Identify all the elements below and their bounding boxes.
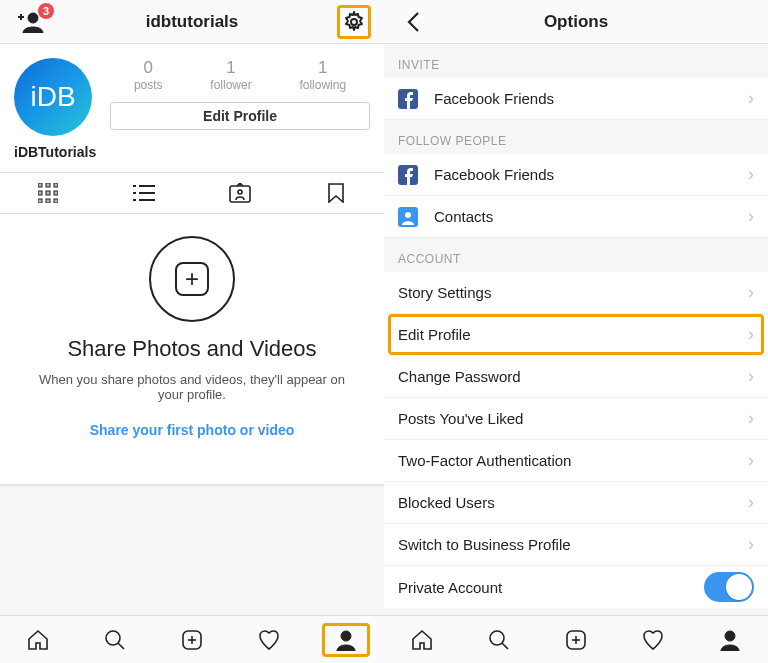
stat-followers[interactable]: 1 follower — [210, 58, 251, 92]
options-scroll[interactable]: Invite Facebook Friends › Follow People … — [384, 44, 768, 615]
svg-rect-11 — [46, 199, 50, 203]
profile-screen: 3 idbtutorials iDB 0 posts 1 f — [0, 0, 384, 663]
options-topbar: Options — [384, 0, 768, 44]
chevron-right-icon: › — [748, 164, 754, 185]
tab-search[interactable] — [77, 616, 154, 663]
avatar[interactable]: iDB — [14, 58, 92, 136]
row-private-account[interactable]: Private Account — [384, 566, 768, 608]
row-follow-contacts[interactable]: Contacts › — [384, 196, 768, 238]
svg-point-31 — [490, 631, 504, 645]
add-post-icon — [564, 628, 588, 652]
row-blocked-users[interactable]: Blocked Users › — [384, 482, 768, 524]
tab-profile[interactable] — [691, 616, 768, 663]
chevron-left-icon — [405, 11, 423, 33]
svg-point-36 — [725, 631, 735, 641]
chevron-right-icon: › — [748, 408, 754, 429]
friend-request-badge: 3 — [38, 3, 54, 19]
group-account-header: Account — [384, 238, 768, 272]
chevron-right-icon: › — [748, 324, 754, 345]
empty-gap — [0, 485, 384, 615]
options-screen: Options Invite Facebook Friends › Follow… — [384, 0, 768, 663]
tab-activity[interactable] — [614, 616, 691, 663]
row-story-settings[interactable]: Story Settings › — [384, 272, 768, 314]
stat-posts[interactable]: 0 posts — [134, 58, 163, 92]
chevron-right-icon: › — [748, 492, 754, 513]
row-two-factor[interactable]: Two-Factor Authentication › — [384, 440, 768, 482]
chevron-right-icon: › — [748, 206, 754, 227]
row-switch-business[interactable]: Switch to Business Profile › — [384, 524, 768, 566]
chevron-right-icon: › — [748, 534, 754, 555]
chevron-right-icon: › — [748, 88, 754, 109]
profile-icon — [335, 629, 357, 651]
svg-rect-6 — [54, 183, 58, 187]
stat-following[interactable]: 1 following — [299, 58, 346, 92]
home-icon — [26, 628, 50, 652]
svg-point-26 — [341, 631, 351, 641]
settings-button[interactable] — [337, 5, 371, 39]
home-icon — [410, 628, 434, 652]
tab-home[interactable] — [0, 616, 77, 663]
profile-username-title: idbtutorials — [60, 12, 324, 32]
svg-point-3 — [351, 19, 357, 25]
gear-icon — [342, 10, 366, 34]
tagged-icon — [229, 183, 251, 203]
svg-point-0 — [28, 13, 38, 23]
heart-icon — [257, 628, 281, 652]
svg-rect-12 — [54, 199, 58, 203]
plus-icon: + — [175, 262, 209, 296]
profile-topbar: 3 idbtutorials — [0, 0, 384, 44]
tab-home[interactable] — [384, 616, 461, 663]
profile-header: iDB 0 posts 1 follower 1 following Edit … — [0, 44, 384, 144]
chevron-right-icon: › — [748, 450, 754, 471]
svg-rect-9 — [54, 191, 58, 195]
add-people-button[interactable]: 3 — [0, 11, 60, 33]
svg-point-20 — [238, 190, 242, 194]
svg-rect-4 — [38, 183, 42, 187]
group-follow-header: Follow People — [384, 120, 768, 154]
bookmark-icon — [328, 183, 344, 203]
svg-rect-8 — [46, 191, 50, 195]
facebook-icon — [398, 89, 422, 109]
tab-activity[interactable] — [230, 616, 307, 663]
share-first-link[interactable]: Share your first photo or video — [90, 422, 295, 438]
tab-search[interactable] — [461, 616, 538, 663]
view-list-tab[interactable] — [96, 173, 192, 213]
svg-line-32 — [502, 643, 508, 649]
svg-rect-5 — [46, 183, 50, 187]
options-title: Options — [444, 12, 708, 32]
heart-icon — [641, 628, 665, 652]
bottom-tabbar-right — [384, 615, 768, 663]
view-grid-tab[interactable] — [0, 173, 96, 213]
edit-profile-button[interactable]: Edit Profile — [110, 102, 370, 130]
chevron-right-icon: › — [748, 282, 754, 303]
svg-rect-7 — [38, 191, 42, 195]
private-account-toggle[interactable] — [704, 572, 754, 602]
row-follow-facebook-friends[interactable]: Facebook Friends › — [384, 154, 768, 196]
profile-icon — [719, 629, 741, 651]
view-tagged-tab[interactable] — [192, 173, 288, 213]
view-saved-tab[interactable] — [288, 173, 384, 213]
display-name: iDBTutorials — [0, 144, 384, 172]
row-invite-facebook-friends[interactable]: Facebook Friends › — [384, 78, 768, 120]
row-change-password[interactable]: Change Password › — [384, 356, 768, 398]
svg-point-30 — [405, 212, 411, 218]
empty-subtitle: When you share photos and videos, they'l… — [32, 372, 352, 402]
back-button[interactable] — [384, 11, 444, 33]
empty-graphic: + — [149, 236, 235, 322]
row-posts-liked[interactable]: Posts You've Liked › — [384, 398, 768, 440]
tab-camera[interactable] — [154, 616, 231, 663]
chevron-right-icon: › — [748, 366, 754, 387]
grid-icon — [38, 183, 58, 203]
search-icon — [103, 628, 127, 652]
row-edit-profile[interactable]: Edit Profile › — [384, 314, 768, 356]
empty-state: + Share Photos and Videos When you share… — [0, 214, 384, 485]
svg-point-21 — [106, 631, 120, 645]
svg-line-22 — [118, 643, 124, 649]
svg-rect-10 — [38, 199, 42, 203]
tab-profile[interactable] — [307, 616, 384, 663]
facebook-icon — [398, 165, 422, 185]
contacts-icon — [398, 207, 422, 227]
tab-camera[interactable] — [538, 616, 615, 663]
list-icon — [133, 184, 155, 202]
search-icon — [487, 628, 511, 652]
